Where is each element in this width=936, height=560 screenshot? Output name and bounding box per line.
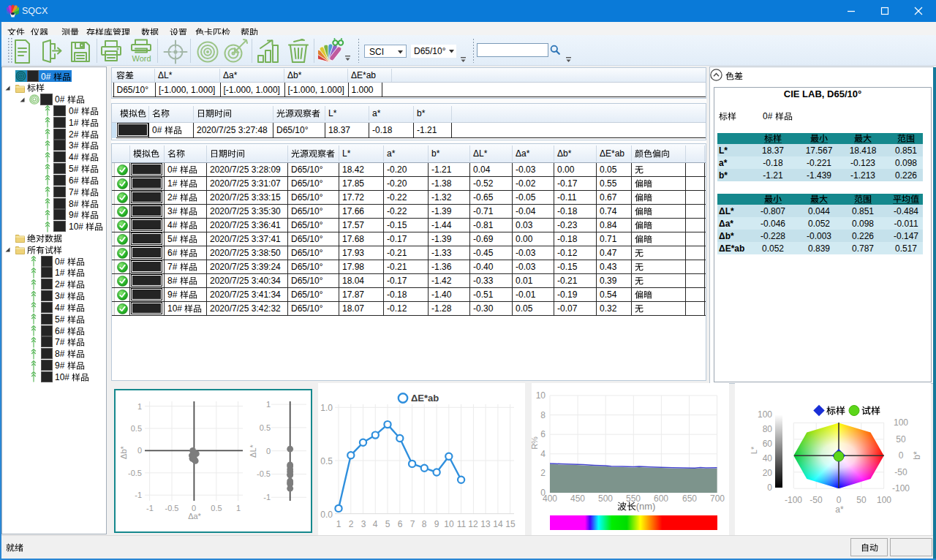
svg-text:Word: Word [132,54,151,63]
